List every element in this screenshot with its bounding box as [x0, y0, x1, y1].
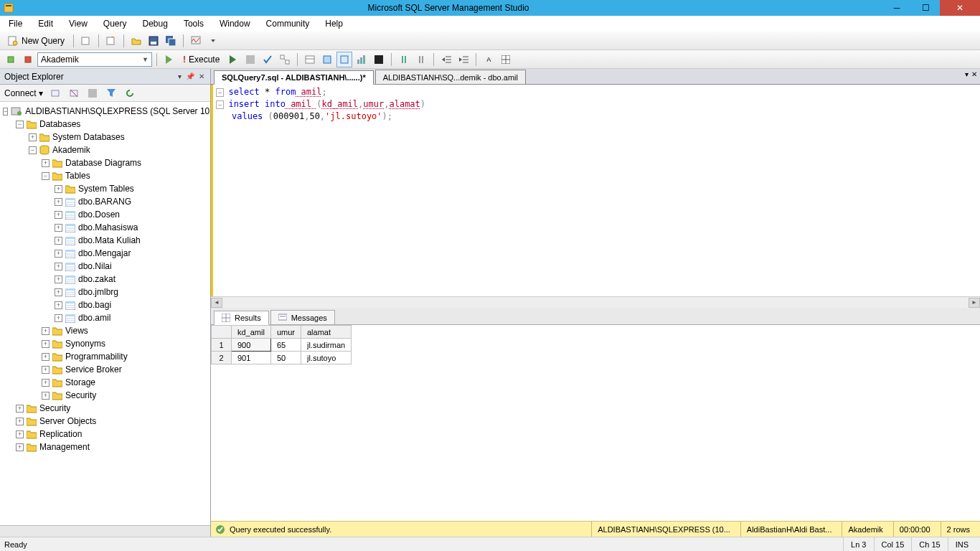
client-stats-button[interactable] [354, 52, 369, 67]
tree-databases[interactable]: Databases [37, 119, 80, 129]
expander-icon[interactable]: + [55, 198, 62, 206]
tree-table-item[interactable]: +dbo.Mata Kuliah [3, 234, 207, 247]
design-query-button[interactable] [302, 52, 318, 67]
tree-table-item[interactable]: +dbo.Nilai [3, 260, 207, 273]
save-button[interactable] [146, 33, 161, 49]
expander-icon[interactable]: + [16, 443, 24, 451]
expander-icon[interactable]: + [42, 327, 50, 335]
comment-button[interactable] [396, 52, 412, 67]
menu-view[interactable]: View [63, 17, 93, 30]
results-to-grid-button[interactable] [498, 52, 514, 67]
menu-window[interactable]: Window [214, 17, 256, 30]
close-tab-button[interactable]: ✕ [971, 70, 977, 78]
save-all-button[interactable] [163, 33, 179, 49]
tree-table-item[interactable]: +dbo.jmlbrg [3, 286, 207, 298]
menu-query[interactable]: Query [98, 17, 133, 30]
uncomment-button[interactable] [413, 52, 429, 67]
menu-tools[interactable]: Tools [178, 17, 209, 30]
tree-sysdb[interactable]: System Databases [50, 132, 125, 142]
dropdown-arrow-button[interactable] [205, 33, 221, 49]
stop-button[interactable] [85, 85, 100, 101]
results-to-text-button[interactable]: A [481, 52, 496, 67]
close-panel-button[interactable]: ✕ [197, 72, 206, 80]
activity-monitor-button[interactable] [188, 33, 204, 49]
object-explorer-tree[interactable]: −ALDIBASTIANH\SQLEXPRESS (SQL Server 10.… [0, 102, 210, 525]
tree-views[interactable]: Views [62, 326, 88, 336]
scroll-right-icon[interactable]: ► [969, 298, 980, 308]
col-umur[interactable]: umur [270, 326, 301, 339]
tree-server-objects[interactable]: Server Objects [37, 416, 96, 426]
expander-icon[interactable]: + [55, 263, 62, 270]
col-alamat[interactable]: alamat [301, 326, 351, 339]
expander-icon[interactable]: + [55, 185, 62, 193]
menu-help[interactable]: Help [319, 17, 349, 30]
scroll-left-icon[interactable]: ◄ [211, 298, 222, 308]
menu-community[interactable]: Community [260, 17, 316, 30]
expander-icon[interactable]: + [42, 392, 50, 400]
expander-icon[interactable]: + [55, 237, 62, 245]
expander-icon[interactable]: + [55, 250, 62, 258]
new-query-button[interactable]: New Query [3, 33, 69, 49]
results-grid[interactable]: kd_amil umur alamat 1 900 65 jl.sudirman… [211, 325, 980, 521]
expander-icon[interactable]: − [16, 121, 24, 128]
hscrollbar[interactable] [0, 525, 210, 537]
tree-akademik[interactable]: Akademik [50, 145, 90, 155]
tree-table-item[interactable]: +dbo.Mahasiswa [3, 221, 207, 234]
increase-indent-button[interactable] [456, 52, 471, 67]
connect-server-button[interactable] [47, 85, 63, 101]
editor-hscrollbar[interactable]: ◄ ► [211, 296, 980, 308]
panel-dropdown-button[interactable]: ▾ [176, 72, 183, 80]
menu-debug[interactable]: Debug [137, 17, 174, 30]
expander-icon[interactable]: + [29, 133, 37, 141]
estimated-plan-button[interactable] [277, 52, 293, 67]
expander-icon[interactable]: + [42, 366, 50, 374]
connect-label[interactable]: Connect ▾ [3, 88, 44, 98]
close-button[interactable]: ✕ [940, 0, 980, 16]
tree-security[interactable]: Security [37, 403, 70, 413]
fold-icon[interactable]: − [216, 88, 224, 97]
tree-storage[interactable]: Storage [62, 377, 95, 387]
col-kd-amil[interactable]: kd_amil [232, 326, 271, 339]
tree-table-item[interactable]: +dbo.Dosen [3, 208, 207, 221]
expander-icon[interactable]: − [3, 108, 8, 116]
tree-table-item[interactable]: +dbo.zakat [3, 273, 207, 286]
tree-table-item[interactable]: +dbo.amil [3, 311, 207, 324]
pin-icon[interactable]: 📌 [184, 72, 196, 80]
tree-security-db[interactable]: Security [62, 390, 96, 400]
expander-icon[interactable]: + [55, 211, 62, 219]
tree-replication[interactable]: Replication [37, 429, 82, 439]
include-plan-button[interactable] [336, 52, 352, 67]
filter-button[interactable] [103, 85, 119, 101]
tree-table-item[interactable]: +dbo.Mengajar [3, 247, 207, 260]
menu-edit[interactable]: Edit [32, 17, 59, 30]
tree-management[interactable]: Management [37, 442, 90, 452]
execute-button[interactable]: ! Execute [179, 52, 224, 67]
cell-kd-amil[interactable]: 900 [232, 339, 271, 352]
expander-icon[interactable]: + [42, 340, 50, 348]
tree-synonyms[interactable]: Synonyms [62, 339, 105, 349]
new-item-button[interactable]: * [103, 33, 119, 49]
table-row[interactable]: 2 901 50 jl.sutoyo [212, 352, 352, 364]
minimize-button[interactable]: ─ [882, 0, 911, 16]
expander-icon[interactable]: + [42, 379, 50, 387]
expander-icon[interactable]: − [29, 146, 37, 154]
expander-icon[interactable]: + [42, 353, 50, 361]
database-selector[interactable]: Akademik ▼ [37, 52, 152, 67]
debug-play-button[interactable] [225, 52, 241, 67]
expander-icon[interactable]: − [42, 172, 50, 180]
tree-programmability[interactable]: Programmability [62, 352, 128, 362]
menu-file[interactable]: File [3, 17, 28, 30]
cell-umur[interactable]: 65 [270, 339, 301, 352]
cell-alamat[interactable]: jl.sutoyo [301, 352, 351, 364]
fold-icon[interactable]: − [216, 100, 224, 109]
specify-values-button[interactable] [319, 52, 335, 67]
open-file-button[interactable] [78, 33, 94, 49]
cell-umur[interactable]: 50 [270, 352, 301, 364]
expander-icon[interactable]: + [16, 405, 24, 413]
expander-icon[interactable]: + [55, 276, 62, 283]
tree-table-item[interactable]: +dbo.bagi [3, 298, 207, 311]
expander-icon[interactable]: + [55, 288, 62, 296]
tab-inactive-amil[interactable]: ALDIBASTIANH\SQ...demik - dbo.amil [375, 70, 526, 84]
table-row[interactable]: 1 900 65 jl.sudirman [212, 339, 352, 352]
tab-dropdown-button[interactable]: ▾ [965, 70, 969, 78]
